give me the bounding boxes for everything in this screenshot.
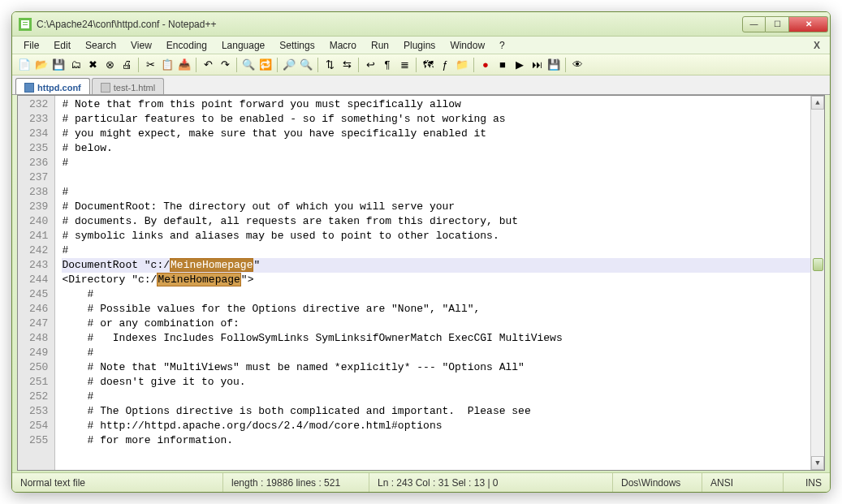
code-line[interactable]: # (62, 156, 810, 170)
play-multi-icon[interactable]: ⏭ (529, 58, 544, 72)
menu-view[interactable]: View (124, 38, 158, 53)
open-file-icon[interactable]: 📂 (34, 58, 49, 72)
code-line[interactable]: # The Options directive is both complica… (62, 404, 810, 419)
menu-macro[interactable]: Macro (323, 38, 363, 53)
window-controls: — ☐ ✕ (742, 16, 828, 32)
code-line[interactable]: # Note that from this point forward you … (62, 97, 810, 112)
separator (416, 58, 417, 72)
close-file-icon[interactable]: ✖ (85, 58, 100, 72)
cut-icon[interactable]: ✂ (143, 58, 158, 72)
save-icon[interactable]: 💾 (51, 58, 66, 72)
code-content[interactable]: # Note that from this point forward you … (55, 96, 810, 470)
play-icon[interactable]: ▶ (512, 58, 527, 72)
code-line[interactable]: # below. (62, 141, 810, 156)
code-line[interactable]: # http://httpd.apache.org/docs/2.4/mod/c… (62, 419, 810, 433)
code-line[interactable]: # particular features to be enabled - so… (62, 112, 810, 127)
scroll-down-icon[interactable]: ▼ (811, 456, 824, 470)
sync-v-icon[interactable]: ⇅ (322, 58, 337, 72)
find-icon[interactable]: 🔍 (241, 58, 256, 72)
separator (196, 58, 196, 72)
scroll-up-icon[interactable]: ▲ (811, 96, 824, 110)
separator (277, 58, 278, 72)
status-length: length : 19886 lines : 521 (223, 473, 369, 492)
menu-file[interactable]: File (17, 38, 45, 53)
code-line[interactable] (62, 170, 810, 185)
menu-window[interactable]: Window (443, 38, 491, 53)
save-all-icon[interactable]: 🗂 (68, 58, 83, 72)
window-title: C:\Apache24\conf\httpd.conf - Notepad++ (37, 19, 742, 30)
paste-icon[interactable]: 📥 (177, 58, 192, 72)
menu-run[interactable]: Run (365, 38, 395, 53)
separator (138, 58, 139, 72)
minimize-button[interactable]: — (742, 16, 766, 32)
menu-encoding[interactable]: Encoding (160, 38, 214, 53)
editor-area[interactable]: 2322332342352362372382392402412422432442… (17, 95, 825, 471)
separator (317, 58, 318, 72)
tab-test-1-html[interactable]: test-1.html (92, 78, 164, 94)
stop-icon[interactable]: ■ (495, 58, 510, 72)
code-line[interactable]: DocumentRoot "c:/MeineHomepage" (62, 258, 810, 273)
close-all-icon[interactable]: ⊗ (102, 58, 117, 72)
new-file-icon[interactable]: 📄 (17, 58, 32, 72)
wrap-icon[interactable]: ↩ (363, 58, 378, 72)
indent-guide-icon[interactable]: ≣ (397, 58, 412, 72)
app-icon (19, 18, 32, 31)
title-bar[interactable]: C:\Apache24\conf\httpd.conf - Notepad++ … (12, 12, 830, 37)
menu-help[interactable]: ? (493, 38, 512, 53)
code-line[interactable]: # you might expect, make sure that you h… (62, 127, 810, 141)
menu-search[interactable]: Search (79, 38, 123, 53)
print-icon[interactable]: 🖨 (119, 58, 134, 72)
folder-icon[interactable]: 📁 (455, 58, 469, 72)
code-line[interactable]: # (62, 287, 810, 302)
replace-icon[interactable]: 🔁 (258, 58, 273, 72)
separator (565, 58, 566, 72)
code-line[interactable]: # or any combination of: (62, 317, 810, 331)
separator (236, 58, 237, 72)
menu-plugins[interactable]: Plugins (397, 38, 442, 53)
status-filetype: Normal text file (12, 473, 223, 492)
redo-icon[interactable]: ↷ (218, 58, 232, 72)
save-macro-icon[interactable]: 💾 (546, 58, 561, 72)
code-line[interactable]: # Possible values for the Options direct… (62, 302, 810, 317)
separator (473, 58, 474, 72)
code-line[interactable]: # documents. By default, all requests ar… (62, 214, 810, 229)
code-line[interactable]: <Directory "c:/MeineHomepage"> (62, 273, 810, 287)
status-bar: Normal text file length : 19886 lines : … (12, 472, 830, 492)
copy-icon[interactable]: 📋 (160, 58, 175, 72)
highlighted-match: MeineHomepage (170, 258, 253, 272)
menu-language[interactable]: Language (215, 38, 271, 53)
line-number-gutter: 2322332342352362372382392402412422432442… (18, 96, 55, 470)
vertical-scrollbar[interactable]: ▲ ▼ (810, 96, 824, 470)
zoom-out-icon[interactable]: 🔍 (299, 58, 313, 72)
code-line[interactable]: # Indexes Includes FollowSymLinks SymLin… (62, 331, 810, 346)
code-line[interactable]: # Note that "MultiViews" must be named *… (62, 360, 810, 375)
undo-icon[interactable]: ↶ (201, 58, 215, 72)
record-icon[interactable]: ● (478, 58, 493, 72)
tab-httpd-conf[interactable]: httpd.conf (15, 78, 90, 94)
code-line[interactable]: # (62, 185, 810, 200)
menu-close-document-icon[interactable]: X (809, 40, 825, 51)
code-line[interactable]: # for more information. (62, 433, 810, 448)
code-line[interactable]: # (62, 346, 810, 360)
code-line[interactable]: # symbolic links and aliases may be used… (62, 229, 810, 243)
status-mode: INS (784, 473, 830, 492)
close-button[interactable]: ✕ (789, 16, 828, 32)
menu-edit[interactable]: Edit (47, 38, 77, 53)
highlighted-match: MeineHomepage (157, 273, 240, 286)
sync-h-icon[interactable]: ⇆ (339, 58, 354, 72)
monitor-icon[interactable]: 👁 (570, 58, 585, 72)
doc-map-icon[interactable]: 🗺 (421, 58, 435, 72)
menu-settings[interactable]: Settings (273, 38, 321, 53)
func-list-icon[interactable]: ƒ (438, 58, 452, 72)
scrollbar-thumb[interactable] (813, 258, 823, 271)
zoom-in-icon[interactable]: 🔎 (282, 58, 296, 72)
code-line[interactable]: # (62, 243, 810, 258)
maximize-button[interactable]: ☐ (766, 16, 789, 32)
code-line[interactable]: # doesn't give it to you. (62, 375, 810, 390)
tab-label: test-1.html (114, 83, 155, 93)
svg-rect-2 (23, 22, 28, 23)
show-nl-icon[interactable]: ¶ (380, 58, 395, 72)
code-line[interactable]: # DocumentRoot: The directory out of whi… (62, 200, 810, 214)
toolbar: 📄 📂 💾 🗂 ✖ ⊗ 🖨 ✂ 📋 📥 ↶ ↷ 🔍 🔁 🔎 🔍 ⇅ ⇆ ↩ ¶ … (12, 54, 830, 75)
code-line[interactable]: # (62, 390, 810, 404)
